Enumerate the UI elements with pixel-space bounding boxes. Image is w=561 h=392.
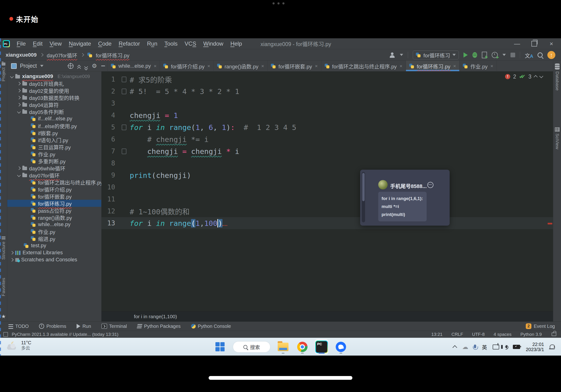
taskbar-search[interactable]: 搜索 bbox=[233, 341, 270, 352]
chat-scrollbar[interactable] bbox=[362, 172, 365, 222]
star-icon[interactable]: ★ bbox=[1, 314, 6, 320]
status-item[interactable]: Python 3.9 bbox=[520, 332, 542, 337]
tree-item[interactable]: pass占位符.py bbox=[7, 207, 101, 214]
debug-button[interactable] bbox=[473, 52, 477, 58]
editor-tab[interactable]: 作业.py× bbox=[460, 61, 497, 71]
tree-item[interactable]: day02变量的使用 bbox=[7, 87, 101, 94]
tree-item[interactable]: for循环之跳出与终止程序.py bbox=[7, 179, 101, 186]
battery-charging-icon[interactable] bbox=[513, 345, 520, 349]
status-item[interactable]: CRLF bbox=[452, 332, 463, 337]
menu-window[interactable]: Window bbox=[200, 40, 227, 47]
menu-help[interactable]: Help bbox=[227, 40, 246, 47]
run-with-coverage-button[interactable] bbox=[482, 52, 487, 58]
close-icon[interactable]: × bbox=[207, 63, 210, 69]
editor-tab[interactable]: for循环之跳出与终止程序.py× bbox=[321, 61, 406, 71]
status-item[interactable]: UTF-8 bbox=[472, 332, 485, 337]
code-line[interactable]: 13for i in range(1,100) bbox=[101, 217, 553, 229]
update-available-icon[interactable]: ↑ bbox=[547, 51, 555, 59]
editor-tab[interactable]: while...else.py× bbox=[108, 61, 160, 71]
profiler-button[interactable] bbox=[492, 52, 498, 58]
editor-tab[interactable]: range()函数.py× bbox=[214, 61, 268, 71]
menu-vcs[interactable]: VCS bbox=[181, 40, 200, 47]
translate-icon[interactable] bbox=[525, 52, 533, 58]
close-icon[interactable]: × bbox=[315, 63, 318, 69]
code-line[interactable]: 12# 1~100偶数的和 bbox=[101, 205, 553, 217]
menu-navigate[interactable]: Navigate bbox=[65, 40, 95, 47]
presenter-pill[interactable] bbox=[209, 376, 352, 380]
run-button[interactable] bbox=[464, 52, 468, 58]
clock-widget[interactable]: 22:01 2023/3/1 bbox=[526, 342, 544, 352]
tree-item[interactable]: xiangxue009E:\xiangxue009 bbox=[7, 73, 101, 80]
chevron-right-icon[interactable] bbox=[17, 166, 21, 170]
tree-item[interactable]: if...elif...else.py bbox=[7, 115, 101, 122]
lock-icon[interactable] bbox=[552, 333, 556, 336]
chevron-down-icon[interactable] bbox=[503, 54, 506, 56]
code-line[interactable]: 9print(chengji) bbox=[101, 169, 553, 181]
tree-item[interactable]: 缩进.py bbox=[7, 235, 101, 242]
breadcrumb-item[interactable]: xiangxue009 bbox=[6, 52, 37, 58]
tree-item[interactable]: day06while循环 bbox=[7, 164, 101, 172]
chevron-right-icon[interactable] bbox=[17, 96, 21, 99]
toolwindow-toggle-icon[interactable] bbox=[3, 332, 8, 337]
toolwindow-packages-button[interactable]: Python Packages bbox=[137, 324, 181, 329]
tree-item[interactable]: for循环介绍.py bbox=[7, 186, 101, 193]
next-problem-icon[interactable] bbox=[539, 74, 543, 78]
onedrive-cloud-icon[interactable]: ☁ bbox=[462, 344, 468, 350]
menu-view[interactable]: View bbox=[46, 40, 65, 47]
tree-item[interactable]: test.py bbox=[7, 242, 101, 249]
gear-icon[interactable]: ⚙ bbox=[92, 63, 97, 69]
toolwindow-terminal-button[interactable]: Terminal bbox=[101, 324, 127, 329]
stripe-database-button[interactable]: Database bbox=[555, 71, 560, 90]
tree-item[interactable]: day07for循环 bbox=[7, 172, 101, 179]
close-icon[interactable]: × bbox=[491, 63, 493, 69]
chevron-right-icon[interactable] bbox=[17, 89, 21, 92]
user-account-icon[interactable] bbox=[389, 52, 395, 58]
stripe-structure-button[interactable]: Structure bbox=[1, 242, 6, 260]
editor-breadcrumb[interactable]: for i in range(1,100) bbox=[134, 314, 177, 319]
close-icon[interactable]: × bbox=[261, 63, 264, 69]
ime-language-button[interactable]: 英 bbox=[482, 343, 487, 351]
menu-run[interactable]: Run bbox=[143, 40, 161, 47]
tree-item[interactable]: day03数据类型的转换 bbox=[7, 94, 101, 101]
hide-panel-icon[interactable] bbox=[101, 65, 105, 66]
editor-tab[interactable]: for循环练习.py× bbox=[406, 61, 460, 71]
toolwindow-run-button[interactable]: Run bbox=[76, 324, 91, 329]
status-message[interactable]: PyCharm 2021.1.3 available // Update... … bbox=[12, 332, 119, 337]
tree-item[interactable]: for循环嵌套.py bbox=[7, 193, 101, 200]
code-line[interactable]: 1# 求5的阶乘 bbox=[101, 73, 553, 85]
event-log-button[interactable]: 2 Event Log bbox=[526, 323, 555, 329]
search-everywhere-icon[interactable] bbox=[538, 52, 543, 58]
code-line[interactable]: 4chengji = 1 bbox=[101, 109, 553, 121]
chat-message-bubble[interactable]: for i in range(1,6,1):multi *=iprint(mul… bbox=[378, 192, 427, 221]
speaker-icon[interactable] bbox=[505, 345, 507, 349]
notifications-bell-icon[interactable] bbox=[550, 345, 555, 348]
pycharm-taskbar-button[interactable] bbox=[315, 339, 328, 354]
stripe-favorites-button[interactable]: Favorites bbox=[1, 278, 6, 296]
toolwindow-todo-button[interactable]: TODO bbox=[9, 324, 29, 329]
chevron-right-icon[interactable] bbox=[10, 258, 14, 261]
tree-item[interactable]: if嵌套.py bbox=[7, 129, 101, 136]
breadcrumb-item[interactable]: day07for循环 bbox=[47, 51, 77, 59]
maximize-button[interactable] bbox=[531, 41, 537, 46]
tray-chevron-up-icon[interactable] bbox=[453, 345, 457, 350]
editor-tab[interactable]: for循环嵌套.py× bbox=[268, 61, 321, 71]
chevron-down-icon[interactable] bbox=[400, 54, 403, 56]
chevron-down-icon[interactable] bbox=[17, 110, 21, 113]
tree-item[interactable]: day01开班典礼 bbox=[7, 80, 101, 87]
stripe-sciview-button[interactable]: SciView bbox=[555, 133, 560, 149]
stripe-project-button[interactable]: Project bbox=[1, 67, 6, 81]
tree-item[interactable]: if语句入门.py bbox=[7, 136, 101, 143]
chevron-right-icon[interactable] bbox=[10, 251, 14, 254]
file-explorer-button[interactable] bbox=[277, 339, 290, 354]
breadcrumb-item[interactable]: for循环练习.py bbox=[96, 51, 129, 59]
menu-edit[interactable]: Edit bbox=[29, 40, 46, 47]
toolwindow-problems-button[interactable]: Problems bbox=[39, 324, 66, 329]
chrome-button[interactable] bbox=[296, 339, 309, 354]
code-line[interactable]: 10 bbox=[101, 181, 553, 193]
run-configuration-select[interactable]: for循环练习 bbox=[413, 51, 459, 59]
chevron-right-icon[interactable] bbox=[17, 82, 21, 85]
tree-item[interactable]: 多重判断.py bbox=[7, 157, 101, 164]
start-button[interactable] bbox=[214, 339, 227, 354]
code-line[interactable]: 11 bbox=[101, 193, 553, 205]
dingtalk-button[interactable] bbox=[334, 339, 347, 354]
